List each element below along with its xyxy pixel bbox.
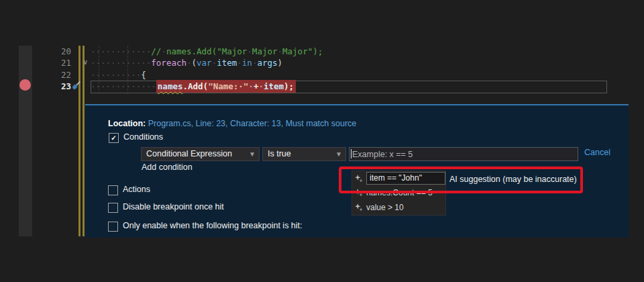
breakpoint-line-highlight: names.Add("Name:·"·+·item); [156, 80, 296, 93]
suggestion-label: value > 10 [366, 203, 404, 212]
code-text: ············foreach·(var·item·in·args) [91, 57, 282, 69]
text-caret [351, 149, 352, 158]
condition-operator-dropdown[interactable]: Is true ▼ [262, 147, 346, 161]
option-label: Disable breakpoint once hit [123, 202, 224, 211]
code-token: args [257, 58, 277, 68]
line-number: 23 [47, 81, 71, 93]
code-token: var [197, 58, 212, 68]
code-token: ); [284, 81, 294, 91]
chevron-down-icon: ▼ [249, 148, 256, 160]
line-number: 20 [47, 46, 71, 58]
code-token: in [242, 58, 252, 68]
suggestion-item[interactable]: item == "John" [352, 171, 445, 186]
code-token: ( [192, 58, 197, 68]
cancel-button[interactable]: Cancel [584, 148, 610, 157]
suggestion-item[interactable]: value > 10 [352, 200, 445, 215]
code-token: Major [252, 46, 278, 56]
code-token: · [278, 46, 283, 56]
code-text: ··········{ [91, 69, 146, 81]
selected-suggestion-box[interactable]: item == "John" [366, 172, 445, 185]
whitespace-dots: ············· [91, 81, 156, 91]
code-token: · [161, 46, 166, 56]
code-token: ) [278, 58, 283, 68]
condition-expression-input[interactable] [349, 147, 578, 161]
conditions-label: Conditions [123, 132, 163, 142]
suggestion-item[interactable]: names.Count == 5 [352, 186, 445, 201]
code-token: · [258, 81, 264, 91]
sparkle-icon [354, 174, 366, 183]
code-token: names.Add("Major [166, 46, 247, 56]
conditions-checkbox[interactable] [109, 133, 119, 143]
intellisense-suggestion-list: item == "John"names.Count == 5value > 10 [352, 171, 446, 216]
sparkle-icon [354, 188, 366, 197]
code-token: // [151, 46, 161, 56]
option-checkbox[interactable] [108, 185, 118, 195]
breakpoint-settings-screwdriver-icon [71, 80, 82, 91]
ai-suggestion-note: AI suggestion (may be inaccurate) [449, 173, 577, 187]
chevron-down-icon: ▼ [335, 148, 342, 160]
code-token: foreach [151, 58, 186, 68]
code-line-22[interactable]: 22··········{ [0, 69, 644, 81]
condition-expression-field [349, 147, 578, 161]
code-token: { [141, 70, 146, 80]
code-token: · [237, 58, 242, 68]
condition-type-dropdown[interactable]: Conditional Expression ▼ [141, 147, 260, 161]
fold-chevron-icon[interactable]: ∨ [83, 56, 88, 68]
code-token: · [248, 81, 254, 91]
option-label: Only enable when the following breakpoin… [123, 221, 303, 230]
code-token: .Add( [182, 81, 208, 91]
condition-type-value: Conditional Expression [146, 149, 232, 158]
code-token: item [217, 58, 237, 68]
code-token: Major"); [282, 46, 323, 56]
code-token: item [264, 81, 284, 91]
option-checkbox[interactable] [108, 222, 118, 232]
location-value[interactable]: Program.cs, Line: 23, Character: 13, Mus… [148, 119, 357, 128]
vs-editor-breakpoint-settings: 20············//·names.Add("Major·Major·… [0, 0, 644, 282]
code-line-20[interactable]: 20············//·names.Add("Major·Major·… [0, 46, 644, 58]
whitespace-dots: ············ [91, 58, 151, 68]
breakpoint-location: Location: Program.cs, Line: 23, Characte… [108, 119, 356, 128]
add-condition-link[interactable]: Add condition [142, 162, 193, 172]
whitespace-dots: ·········· [91, 70, 141, 80]
code-text: ············//·names.Add("Major·Major·Ma… [91, 46, 323, 58]
code-token: · [186, 58, 192, 68]
location-label: Location: [108, 119, 146, 128]
condition-operator-value: Is true [268, 149, 291, 158]
option-label: Actions [123, 185, 150, 194]
sparkle-icon [354, 203, 366, 212]
suggestion-label: names.Count == 5 [366, 188, 433, 197]
breakpoint-settings-panel: Location: Program.cs, Line: 23, Characte… [85, 104, 629, 238]
line-number: 22 [47, 69, 71, 81]
code-token: · [247, 46, 252, 56]
code-text: ·············names.Add("Name:·"·+·item); [91, 81, 296, 93]
whitespace-dots: ············ [91, 46, 151, 56]
code-token: names [158, 81, 183, 91]
code-token: "Name:·" [208, 81, 248, 91]
code-line-21[interactable]: 21∨············foreach·(var·item·in·args… [0, 57, 644, 69]
option-checkbox[interactable] [108, 203, 118, 213]
line-number: 21 [47, 57, 71, 69]
code-line-23[interactable]: 23·············names.Add("Name:·"·+·item… [0, 81, 644, 93]
